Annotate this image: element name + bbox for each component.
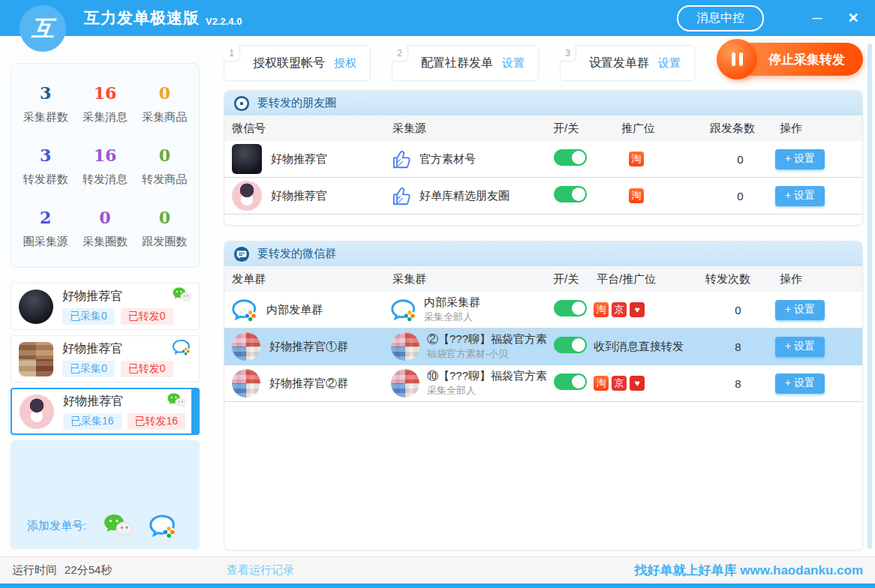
step-card-2: 2 配置社群发单 设置 [392, 45, 539, 81]
wechat-icon [167, 392, 186, 409]
group-avatar [391, 369, 419, 398]
follow-count: 0 [705, 190, 775, 202]
pdd-heart-badge: ♥ [630, 376, 645, 391]
table-row[interactable]: 内部发单群 内部采集群采集全部人 淘 京 ♥ 0 + 设置 [224, 292, 862, 328]
stat-label: 转发群数 [16, 172, 75, 187]
stat-label: 圈采集源 [16, 235, 75, 249]
settings-button[interactable]: + 设置 [775, 186, 825, 206]
group-avatar [232, 332, 260, 361]
message-center-button[interactable]: 消息中控 [677, 5, 764, 32]
account-item[interactable]: 好物推荐官 已采集0 已转发0 [11, 335, 200, 382]
add-account-label: 添加发单号: [27, 519, 86, 533]
group-chat-icon [233, 246, 250, 262]
collected-badge: 已采集16 [63, 413, 122, 430]
table-row[interactable]: 好物推荐官②群 ⑩【???聊】福袋官方素采集全部人 淘 京 ♥ 8 + 设置 [224, 365, 862, 402]
account-item-selected[interactable]: 好物推荐官 已采集16 已转发16 [11, 388, 200, 435]
step-label: 授权联盟帐号 [253, 56, 325, 71]
account-item[interactable]: 好物推荐官 已采集0 已转发0 [11, 283, 200, 330]
step-number: 1 [224, 45, 240, 62]
stat-value: 0 [135, 208, 194, 227]
moments-panel-title: 要转发的朋友圈 [257, 96, 336, 110]
collected-badge: 已采集0 [62, 308, 115, 325]
stat-value: 0 [135, 146, 194, 165]
toggle-switch-on[interactable] [554, 374, 587, 390]
app-title: 互力发单极速版 [84, 8, 200, 28]
thumbs-up-icon [391, 184, 412, 207]
wechat-icon [172, 286, 191, 303]
close-button[interactable]: ✕ [842, 10, 864, 26]
pdd-heart-badge: ♥ [630, 302, 645, 317]
settings-button[interactable]: + 设置 [775, 337, 825, 357]
wecom-icon [172, 339, 191, 356]
wecom-icon [232, 298, 257, 322]
avatar [20, 394, 54, 429]
thumbs-up-icon [391, 148, 412, 170]
settings-button[interactable]: + 设置 [775, 374, 825, 394]
add-wecom-button[interactable] [149, 514, 176, 538]
stat-value: 3 [16, 83, 75, 103]
stat-value: 16 [75, 146, 134, 165]
avatar [19, 290, 53, 324]
runtime-value: 22分54秒 [65, 563, 112, 578]
toggle-switch-on[interactable] [554, 300, 587, 316]
haodanku-promo-link[interactable]: 找好单就上好单库 www.haodanku.com [635, 562, 863, 579]
authorize-link[interactable]: 授权 [334, 56, 356, 70]
settings-button[interactable]: + 设置 [775, 300, 825, 320]
stat-label: 转发消息 [75, 172, 134, 187]
table-row: 好物推荐官 官方素材号 淘 0 + 设置 [224, 141, 862, 178]
step-card-3: 3 设置发单群 设置 [560, 45, 695, 81]
groups-column-header: 发单群采集群 开/关平台/推广位 转发次数操作 [224, 266, 862, 292]
toggle-switch-on[interactable] [554, 337, 587, 353]
stop-collect-forward-button[interactable]: 停止采集转发 [722, 43, 863, 76]
forwarded-badge: 已转发16 [128, 413, 186, 430]
step-number: 2 [392, 45, 408, 62]
stat-value: 2 [16, 208, 75, 227]
app-window: 互 互力发单极速版 V2.2.4.0 消息中控 ─ ✕ 3采集群数 16采集消息… [0, 0, 875, 588]
table-row-selected[interactable]: 好物推荐官①群 ②【???聊】福袋官方素福袋官方素材-小贝 收到消息直接转发 8… [224, 328, 862, 365]
taobao-badge: 淘 [594, 302, 609, 317]
add-account-card: 添加发单号: [11, 440, 200, 549]
main-area: 1 授权联盟帐号 授权 2 配置社群发单 设置 3 设置发单群 设置 停止采集转… [204, 36, 875, 556]
toggle-switch-on[interactable] [554, 186, 587, 202]
groups-panel-title: 要转发的微信群 [257, 247, 336, 261]
forward-mode-text: 收到消息直接转发 [594, 340, 684, 354]
minimize-button[interactable]: ─ [806, 10, 828, 26]
wechat-icon [167, 392, 186, 409]
jd-badge: 京 [612, 302, 627, 317]
collected-badge: 已采集0 [62, 361, 115, 377]
wecom-icon [391, 298, 416, 322]
setup-groups-link[interactable]: 设置 [658, 56, 681, 70]
stat-label: 采集消息 [75, 110, 134, 124]
pause-icon [717, 39, 757, 80]
groups-panel-header: 要转发的微信群 [224, 242, 862, 266]
follow-count: 0 [705, 153, 775, 166]
taobao-badge: 淘 [629, 152, 644, 166]
toggle-switch-on[interactable] [554, 149, 587, 166]
wechat-icon [103, 513, 133, 538]
stat-label: 跟发圈数 [135, 235, 194, 249]
stat-value: 16 [75, 83, 134, 103]
taobao-badge: 淘 [594, 376, 609, 391]
configure-link[interactable]: 设置 [502, 56, 525, 70]
account-name: 好物推荐官 [62, 289, 173, 304]
window-bottom-edge [0, 584, 875, 588]
vertical-scrollbar[interactable] [867, 44, 872, 549]
add-wechat-button[interactable] [103, 513, 133, 538]
moments-aperture-icon [233, 95, 250, 112]
app-logo-icon: 互 [20, 5, 66, 52]
stat-value: 3 [16, 146, 75, 165]
step-label: 设置发单群 [589, 56, 649, 71]
taobao-badge: 淘 [629, 188, 644, 203]
wecom-icon [172, 339, 191, 356]
view-run-log-link[interactable]: 查看运行记录 [227, 563, 294, 578]
stat-value: 0 [135, 83, 194, 103]
settings-button[interactable]: + 设置 [775, 149, 825, 170]
avatar [19, 342, 53, 376]
moments-aperture-icon [233, 95, 250, 112]
wecom-icon [232, 298, 257, 322]
forwarded-badge: 已转发0 [121, 361, 173, 377]
runtime-label: 运行时间 [12, 563, 57, 578]
moments-panel: 要转发的朋友圈 微信号采集源 开/关推广位 跟发条数操作 好物推荐官 官方素材号… [224, 90, 863, 226]
titlebar: 互 互力发单极速版 V2.2.4.0 消息中控 ─ ✕ [0, 0, 875, 36]
status-bar: 运行时间 22分54秒 查看运行记录 找好单就上好单库 www.haodanku… [0, 556, 875, 584]
